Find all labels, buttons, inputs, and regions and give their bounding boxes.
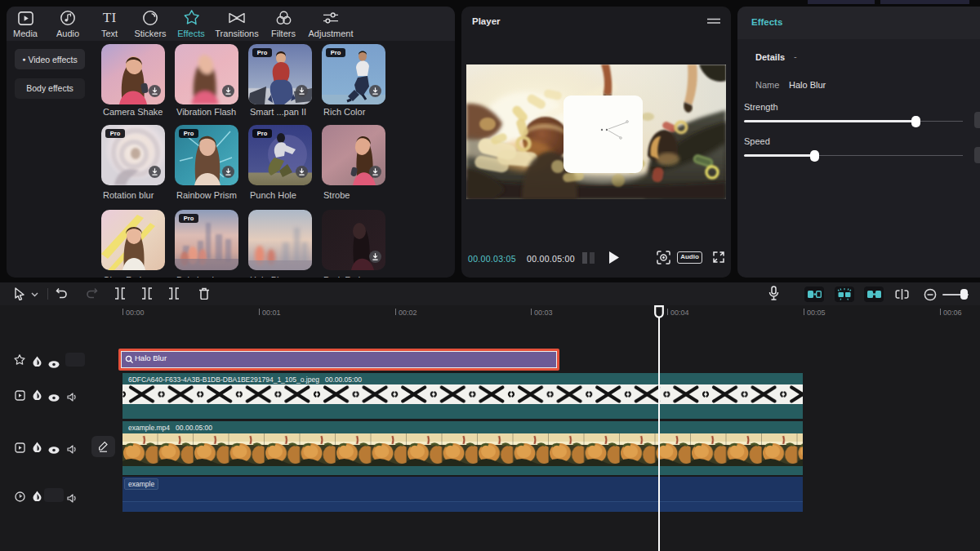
svg-text:TI: TI (103, 10, 117, 25)
